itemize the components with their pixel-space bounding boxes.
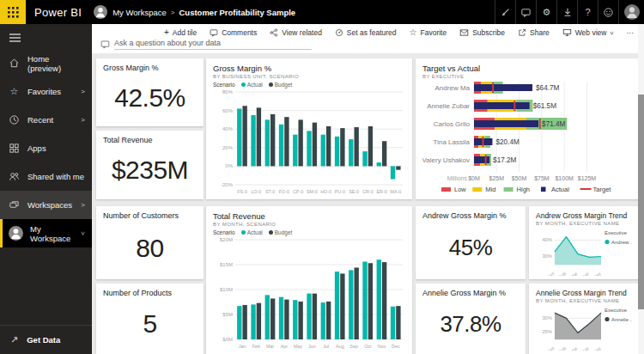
svg-text:-20%: -20% — [221, 182, 234, 187]
kpi-value: 5 — [103, 297, 197, 351]
featured-icon — [335, 28, 343, 37]
set-as-featured-button[interactable]: Set as featured — [335, 28, 397, 37]
tile-title: Andrew Gross Margin % — [422, 211, 519, 220]
svg-text:PU-0: PU-0 — [335, 189, 345, 194]
target-vs-actual-bullet-chart: Andrew Ma$64.7MAnnelie Zubar$61.5MCarlos… — [422, 79, 632, 196]
sidebar-item-label: Workspaces — [27, 200, 72, 210]
svg-text:$15M: $15M — [220, 262, 233, 267]
app-title[interactable]: Power BI — [34, 6, 82, 19]
svg-text:Apr: Apr — [581, 345, 591, 351]
comments-button[interactable]: Comments — [210, 28, 257, 37]
tile-title: Gross Margin % — [213, 64, 405, 73]
tile-total-revenue-chart[interactable]: Total Revenue BY MONTH, SCENARIO Scenari… — [206, 206, 412, 354]
total-revenue-bar-chart: $0M$5M$10M$15M$20MJanFebMarAprMayJunJulA… — [213, 235, 405, 351]
chevron-down-icon: > — [81, 229, 85, 237]
svg-text:Feb: Feb — [557, 345, 567, 351]
sidebar-item-home[interactable]: Home (preview) — [0, 49, 92, 77]
tile-title: Gross Margin % — [103, 64, 197, 72]
tile-total-revenue-kpi[interactable]: Total Revenue $235M — [96, 131, 204, 199]
workspaces-icon — [9, 199, 20, 211]
svg-text:$20.4M: $20.4M — [495, 138, 519, 146]
comment-bubble-icon — [210, 28, 218, 37]
sidebar-item-recent[interactable]: Recent > — [0, 106, 92, 134]
kpi-value: 45% — [422, 220, 519, 276]
chart-legend: ScenarioActualBudget — [213, 229, 405, 235]
svg-text:$61.5M: $61.5M — [533, 102, 556, 110]
plus-icon: + — [164, 28, 169, 37]
subscribe-button[interactable]: Subscribe — [459, 28, 505, 37]
chevron-right-icon: > — [81, 201, 85, 209]
tile-andrew-gross-margin[interactable]: Andrew Gross Margin % 45% — [416, 206, 526, 279]
dashboard-grid: Gross Margin % 42.5% Total Revenue $235M… — [92, 53, 644, 354]
share-button[interactable]: Share — [518, 28, 550, 37]
kpi-value: 37.8% — [422, 297, 519, 351]
sidebar-item-my-workspace[interactable]: My Workspace > — [0, 219, 92, 247]
svg-text:Annelie Zubar: Annelie Zubar — [427, 102, 470, 110]
svg-text:Aug: Aug — [336, 344, 344, 349]
svg-text:$25M: $25M — [489, 175, 505, 181]
tile-number-of-products[interactable]: Number of Products 5 — [96, 284, 204, 354]
tile-number-of-customers[interactable]: Number of Customers 80 — [96, 206, 204, 279]
svg-text:Mar: Mar — [266, 344, 274, 349]
svg-text:Jan: Jan — [239, 344, 246, 349]
svg-text:Feb: Feb — [252, 344, 260, 349]
svg-text:MA-0: MA-0 — [390, 189, 401, 194]
tile-subtitle: BY MONTH, SCENARIO — [213, 222, 405, 227]
app-launcher-icon[interactable] — [0, 0, 26, 24]
svg-text:ST-0: ST-0 — [265, 189, 275, 194]
qna-input[interactable] — [114, 39, 312, 50]
svg-text:80%: 80% — [222, 89, 234, 95]
sidebar-item-workspaces[interactable]: Workspaces > — [0, 191, 92, 219]
svg-text:HO-0: HO-0 — [320, 189, 331, 194]
main-content: + Add tile Comments View related Set as … — [92, 24, 644, 354]
svg-text:Dec: Dec — [392, 344, 400, 349]
envelope-icon — [459, 28, 469, 37]
comment-bubble-icon[interactable] — [515, 0, 536, 24]
favorite-button[interactable]: ☆ Favorite — [410, 28, 447, 37]
chevron-down-icon: > — [609, 31, 615, 34]
tile-gross-margin-kpi[interactable]: Gross Margin % 42.5% — [96, 58, 204, 126]
edit-pencil-icon[interactable] — [495, 0, 515, 24]
svg-text:25%: 25% — [542, 329, 552, 334]
svg-text:30%: 30% — [542, 253, 552, 259]
tile-title: Total Revenue — [213, 211, 405, 221]
get-data-button[interactable]: ↗ Get Data — [0, 325, 92, 354]
tile-title: Number of Products — [103, 289, 197, 297]
person-icon — [9, 226, 23, 241]
tile-title: Total Revenue — [103, 136, 197, 144]
svg-text:0%: 0% — [225, 163, 233, 168]
person-icon — [624, 4, 640, 20]
svg-text:Jun: Jun — [308, 344, 316, 349]
help-icon[interactable]: ? — [577, 0, 598, 24]
add-tile-button[interactable]: + Add tile — [164, 28, 197, 37]
tile-annelie-trend[interactable]: Annelie Gross Margin Trend BY MONTH, EXE… — [529, 284, 639, 354]
tile-subtitle: BY BUSINESS UNIT, SCENARIO — [213, 74, 405, 79]
svg-text:$50M: $50M — [512, 175, 527, 181]
tile-gross-margin-chart[interactable]: Gross Margin % BY BUSINESS UNIT, SCENARI… — [206, 58, 412, 199]
tile-andrew-trend[interactable]: Andrew Gross Margin Trend BY MONTH, EXEC… — [529, 206, 639, 279]
sidebar-item-shared[interactable]: Shared with me — [0, 162, 92, 191]
svg-text:Andrew ...: Andrew ... — [611, 240, 632, 245]
svg-text:Executive: Executive — [605, 230, 628, 235]
user-avatar[interactable] — [618, 0, 644, 24]
vertical-scrollbar[interactable] — [638, 24, 644, 354]
sidebar-item-favorites[interactable]: ☆ Favorites > — [0, 77, 92, 106]
hamburger-menu-icon[interactable] — [0, 24, 92, 49]
kpi-value: $235M — [103, 144, 197, 196]
view-related-button[interactable]: View related — [270, 28, 322, 37]
breadcrumb-page[interactable]: Customer Profitability Sample — [179, 8, 295, 17]
svg-text:May: May — [592, 271, 602, 276]
scrollbar-thumb[interactable] — [638, 95, 644, 309]
tile-annelie-gross-margin[interactable]: Annelie Gross Margin % 37.8% — [416, 284, 526, 354]
get-data-label: Get Data — [27, 335, 60, 345]
web-view-selector[interactable]: Web view > — [562, 28, 614, 37]
breadcrumb-workspace[interactable]: My Workspace — [112, 8, 167, 17]
svg-text:Actual: Actual — [551, 186, 569, 193]
feedback-smiley-icon[interactable] — [598, 0, 618, 24]
clock-icon — [9, 114, 20, 125]
more-options-button[interactable]: ··· — [627, 28, 635, 37]
sidebar-item-apps[interactable]: Apps — [0, 134, 92, 162]
settings-gear-icon[interactable]: ⚙ — [536, 0, 556, 24]
download-icon[interactable] — [556, 0, 577, 24]
tile-target-vs-actual[interactable]: Target vs Actual BY EXECUTIVE Andrew Ma$… — [416, 58, 639, 199]
